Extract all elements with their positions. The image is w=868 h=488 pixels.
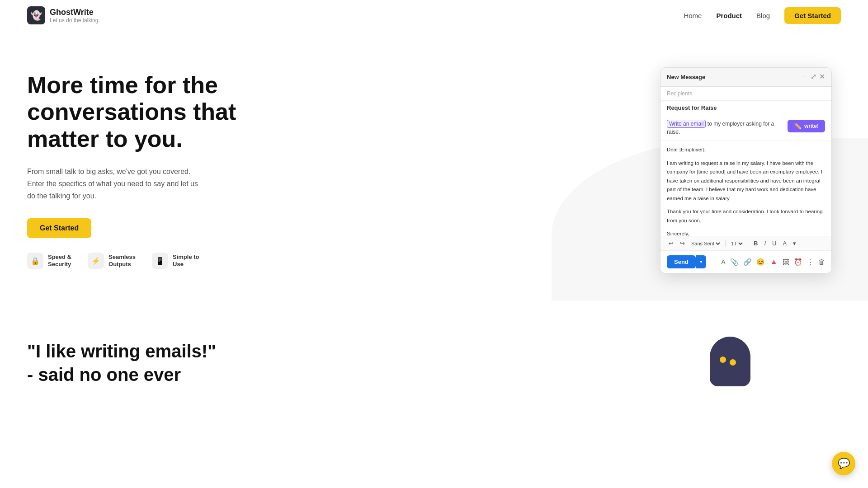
hero-content: More time for the conversations that mat… — [27, 72, 244, 269]
write-button-label: write! — [804, 123, 819, 129]
quote-section: "I like writing emails!" - said no one e… — [0, 300, 868, 404]
email-compose-card: New Message － ⤢ ✕ Recipients Request for… — [660, 67, 832, 273]
lightning-icon: ⚡ — [88, 253, 104, 269]
brand-logo-group: 👻 GhostWrite Let us do the talking. — [27, 6, 100, 24]
phone-icon: 📱 — [152, 253, 168, 269]
schedule-icon[interactable]: ⏰ — [794, 258, 802, 266]
write-icon: ✏️ — [794, 122, 802, 130]
emoji-icon[interactable]: 😊 — [756, 258, 765, 266]
email-footer-icons: A 📎 🔗 😊 🔺 🖼 ⏰ ⋮ 🗑 — [721, 258, 825, 266]
ghost-body — [710, 337, 750, 386]
link-icon[interactable]: 🔗 — [743, 258, 752, 266]
feature-simple-use: 📱 Simple toUse — [152, 253, 199, 269]
maximize-icon[interactable]: ⤢ — [811, 72, 816, 82]
email-card-header: New Message － ⤢ ✕ — [660, 68, 831, 87]
email-window-controls: － ⤢ ✕ — [801, 72, 825, 82]
brand-tagline: Let us do the talking. — [50, 17, 100, 23]
toolbar-separator — [725, 240, 726, 247]
email-card-title: New Message — [667, 74, 705, 80]
prompt-text: Write an email to my employer asking for… — [667, 120, 783, 136]
quote-line1: "I like writing emails!" — [27, 339, 216, 363]
nav-cta-button[interactable]: Get Started — [784, 7, 841, 24]
trash-icon[interactable]: 🗑 — [818, 258, 825, 266]
nav-link-blog[interactable]: Blog — [756, 12, 770, 19]
send-button-group: Send ▾ — [667, 255, 706, 268]
logo-icon: 👻 — [27, 6, 45, 24]
minimize-icon[interactable]: － — [801, 72, 808, 82]
quote-text-block: "I like writing emails!" - said no one e… — [27, 339, 216, 386]
brand-name: GhostWrite — [50, 8, 100, 17]
send-dropdown-button[interactable]: ▾ — [696, 255, 706, 268]
nav-link-product[interactable]: Product — [716, 12, 742, 19]
ghost-eye-left — [720, 357, 726, 363]
drive-icon[interactable]: 🔺 — [769, 258, 778, 266]
ghost-eye-right — [730, 359, 736, 366]
nav-link-home[interactable]: Home — [684, 12, 702, 19]
feature-label-0: Speed &Security — [48, 253, 71, 269]
prompt-highlight: Write an email — [667, 120, 706, 128]
photo-icon[interactable]: 🖼 — [783, 258, 789, 266]
underline-button[interactable]: U — [770, 239, 778, 248]
hero-section: More time for the conversations that mat… — [0, 31, 868, 300]
hero-title: More time for the conversations that mat… — [27, 72, 244, 153]
lock-icon: 🔒 — [27, 253, 43, 269]
more-formatting-button[interactable]: ▾ — [791, 239, 798, 248]
email-body: Recipients Request for Raise Write an em… — [660, 87, 831, 273]
feature-label-1: SeamlessOutputs — [108, 253, 136, 269]
font-size-select[interactable]: 1T — [729, 240, 744, 247]
feature-seamless-outputs: ⚡ SeamlessOutputs — [88, 253, 136, 269]
email-salutation: Dear [Employer], — [667, 145, 825, 155]
send-button[interactable]: Send — [667, 255, 696, 268]
email-card-wrapper: New Message － ⤢ ✕ Recipients Request for… — [660, 67, 832, 273]
email-footer: Send ▾ A 📎 🔗 😊 🔺 🖼 ⏰ ⋮ 🗑 — [660, 251, 831, 273]
email-closing: Sincerely, — [667, 230, 825, 236]
font-color-button[interactable]: A — [781, 239, 788, 248]
quote-line2: - said no one ever — [27, 363, 216, 386]
features-list: 🔒 Speed &Security ⚡ SeamlessOutputs 📱 Si… — [27, 253, 244, 269]
brand-text: GhostWrite Let us do the talking. — [50, 8, 100, 23]
hero-subtitle: From small talk to big asks, we've got y… — [27, 165, 199, 202]
feature-speed-security: 🔒 Speed &Security — [27, 253, 71, 269]
undo-button[interactable]: ↩ — [667, 239, 675, 248]
write-button[interactable]: ✏️ write! — [788, 120, 825, 132]
email-paragraph-2: Thank you for your time and consideratio… — [667, 207, 825, 225]
recipients-field[interactable]: Recipients — [660, 87, 831, 101]
subject-field[interactable]: Request for Raise — [660, 101, 831, 115]
font-family-select[interactable]: Sans Serif — [689, 240, 722, 247]
formatting-icon[interactable]: A — [721, 258, 726, 266]
feature-label-2: Simple toUse — [173, 253, 199, 269]
attachment-icon[interactable]: 📎 — [730, 258, 739, 266]
email-format-toolbar: ↩ ↪ Sans Serif 1T B I U A ▾ — [660, 236, 831, 251]
more-options-icon[interactable]: ⋮ — [807, 258, 814, 266]
email-content-area[interactable]: Dear [Employer], I am writing to request… — [660, 141, 831, 236]
nav-links: Home Product Blog Get Started — [684, 7, 841, 24]
bold-button[interactable]: B — [752, 239, 760, 248]
close-icon[interactable]: ✕ — [819, 72, 825, 82]
email-paragraph-1: I am writing to request a raise in my sa… — [667, 159, 825, 203]
toolbar-separator-2 — [748, 240, 748, 247]
italic-button[interactable]: I — [762, 239, 768, 248]
redo-button[interactable]: ↪ — [678, 239, 687, 248]
prompt-row: Write an email to my employer asking for… — [660, 115, 831, 141]
navbar: 👻 GhostWrite Let us do the talking. Home… — [0, 0, 868, 31]
hero-cta-button[interactable]: Get Started — [27, 218, 91, 238]
ghost-illustration — [710, 337, 750, 386]
